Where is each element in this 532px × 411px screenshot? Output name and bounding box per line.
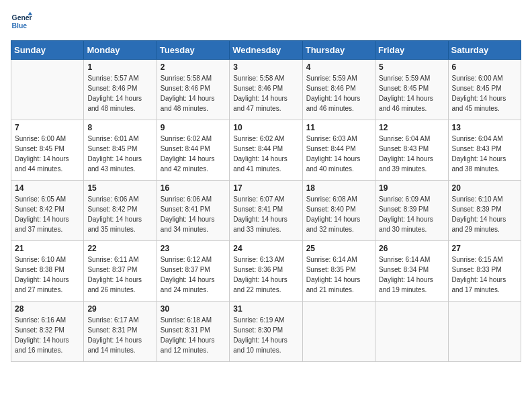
daylight-text: Daylight: 14 hours and 29 minutes. xyxy=(452,214,517,234)
day-number: 28 xyxy=(15,304,80,314)
day-number: 12 xyxy=(379,123,444,132)
calendar-week-row: 1 Sunrise: 5:57 AM Sunset: 8:46 PM Dayli… xyxy=(11,60,521,120)
sunrise-text: Sunrise: 6:13 AM xyxy=(233,255,298,265)
day-number: 25 xyxy=(306,244,371,253)
daylight-text: Daylight: 14 hours and 21 minutes. xyxy=(306,275,371,295)
calendar-cell: 26 Sunrise: 6:14 AM Sunset: 8:34 PM Dayl… xyxy=(375,241,448,302)
page-header: General Blue xyxy=(11,11,521,32)
sunset-text: Sunset: 8:44 PM xyxy=(161,144,226,154)
daylight-text: Daylight: 14 hours and 14 minutes. xyxy=(87,335,152,355)
calendar-cell: 10 Sunrise: 6:02 AM Sunset: 8:44 PM Dayl… xyxy=(230,120,302,181)
calendar-cell: 24 Sunrise: 6:13 AM Sunset: 8:36 PM Dayl… xyxy=(230,241,302,302)
sunset-text: Sunset: 8:31 PM xyxy=(87,325,152,335)
sunrise-text: Sunrise: 6:04 AM xyxy=(379,134,444,144)
calendar-cell: 7 Sunrise: 6:00 AM Sunset: 8:45 PM Dayli… xyxy=(11,120,84,181)
day-number: 11 xyxy=(306,123,371,132)
calendar-week-row: 7 Sunrise: 6:00 AM Sunset: 8:45 PM Dayli… xyxy=(11,120,521,181)
sunset-text: Sunset: 8:40 PM xyxy=(306,204,371,214)
svg-marker-2 xyxy=(28,12,32,15)
sunrise-text: Sunrise: 6:04 AM xyxy=(452,134,517,144)
day-number: 30 xyxy=(161,304,226,314)
weekday-header-row: SundayMondayTuesdayWednesdayThursdayFrid… xyxy=(11,41,521,60)
daylight-text: Daylight: 14 hours and 48 minutes. xyxy=(87,93,152,113)
day-number: 24 xyxy=(233,244,298,253)
day-number: 9 xyxy=(161,123,226,132)
day-number: 27 xyxy=(452,244,517,253)
sunset-text: Sunset: 8:37 PM xyxy=(161,265,226,275)
daylight-text: Daylight: 14 hours and 33 minutes. xyxy=(233,214,298,234)
day-number: 21 xyxy=(15,244,80,253)
calendar-cell: 29 Sunrise: 6:17 AM Sunset: 8:31 PM Dayl… xyxy=(84,302,157,362)
sunset-text: Sunset: 8:36 PM xyxy=(233,265,298,275)
day-number: 20 xyxy=(452,183,517,193)
calendar-cell: 21 Sunrise: 6:10 AM Sunset: 8:38 PM Dayl… xyxy=(11,241,84,302)
calendar-cell xyxy=(302,302,375,362)
day-number: 10 xyxy=(233,123,298,132)
sunset-text: Sunset: 8:46 PM xyxy=(161,83,226,93)
daylight-text: Daylight: 14 hours and 27 minutes. xyxy=(15,275,80,295)
calendar-cell: 8 Sunrise: 6:01 AM Sunset: 8:45 PM Dayli… xyxy=(84,120,157,181)
daylight-text: Daylight: 14 hours and 16 minutes. xyxy=(15,335,80,355)
daylight-text: Daylight: 14 hours and 37 minutes. xyxy=(15,214,80,234)
calendar-cell: 1 Sunrise: 5:57 AM Sunset: 8:46 PM Dayli… xyxy=(84,60,157,120)
calendar-cell: 25 Sunrise: 6:14 AM Sunset: 8:35 PM Dayl… xyxy=(302,241,375,302)
sunset-text: Sunset: 8:42 PM xyxy=(87,204,152,214)
calendar-cell: 5 Sunrise: 5:59 AM Sunset: 8:45 PM Dayli… xyxy=(375,60,448,120)
day-number: 18 xyxy=(306,183,371,193)
sunset-text: Sunset: 8:39 PM xyxy=(379,204,444,214)
calendar-cell: 11 Sunrise: 6:03 AM Sunset: 8:44 PM Dayl… xyxy=(302,120,375,181)
day-number: 17 xyxy=(233,183,298,193)
sunset-text: Sunset: 8:30 PM xyxy=(233,325,298,335)
calendar-cell: 13 Sunrise: 6:04 AM Sunset: 8:43 PM Dayl… xyxy=(448,120,521,181)
calendar-cell: 20 Sunrise: 6:10 AM Sunset: 8:39 PM Dayl… xyxy=(448,181,521,241)
calendar-cell: 31 Sunrise: 6:19 AM Sunset: 8:30 PM Dayl… xyxy=(230,302,302,362)
sunrise-text: Sunrise: 6:08 AM xyxy=(306,194,371,204)
calendar-cell: 28 Sunrise: 6:16 AM Sunset: 8:32 PM Dayl… xyxy=(11,302,84,362)
sunset-text: Sunset: 8:34 PM xyxy=(379,265,444,275)
sunrise-text: Sunrise: 6:10 AM xyxy=(452,194,517,204)
logo: General Blue xyxy=(11,11,35,32)
sunrise-text: Sunrise: 6:00 AM xyxy=(15,134,80,144)
logo-icon: General Blue xyxy=(11,11,32,32)
day-number: 6 xyxy=(452,62,517,72)
daylight-text: Daylight: 14 hours and 24 minutes. xyxy=(161,275,226,295)
svg-text:Blue: Blue xyxy=(12,22,28,30)
sunset-text: Sunset: 8:33 PM xyxy=(452,265,517,275)
daylight-text: Daylight: 14 hours and 42 minutes. xyxy=(161,154,226,174)
day-number: 31 xyxy=(233,304,298,314)
sunset-text: Sunset: 8:45 PM xyxy=(15,144,80,154)
calendar-cell: 12 Sunrise: 6:04 AM Sunset: 8:43 PM Dayl… xyxy=(375,120,448,181)
calendar-cell: 27 Sunrise: 6:15 AM Sunset: 8:33 PM Dayl… xyxy=(448,241,521,302)
calendar-week-row: 21 Sunrise: 6:10 AM Sunset: 8:38 PM Dayl… xyxy=(11,241,521,302)
daylight-text: Daylight: 14 hours and 32 minutes. xyxy=(306,214,371,234)
sunset-text: Sunset: 8:44 PM xyxy=(233,144,298,154)
sunset-text: Sunset: 8:41 PM xyxy=(233,204,298,214)
daylight-text: Daylight: 14 hours and 43 minutes. xyxy=(87,154,152,174)
daylight-text: Daylight: 14 hours and 34 minutes. xyxy=(161,214,226,234)
sunrise-text: Sunrise: 6:14 AM xyxy=(379,255,444,265)
sunset-text: Sunset: 8:44 PM xyxy=(306,144,371,154)
daylight-text: Daylight: 14 hours and 40 minutes. xyxy=(306,154,371,174)
calendar-cell: 4 Sunrise: 5:59 AM Sunset: 8:46 PM Dayli… xyxy=(302,60,375,120)
day-number: 22 xyxy=(87,244,152,253)
sunrise-text: Sunrise: 6:10 AM xyxy=(15,255,80,265)
daylight-text: Daylight: 14 hours and 44 minutes. xyxy=(15,154,80,174)
calendar-header: SundayMondayTuesdayWednesdayThursdayFrid… xyxy=(11,41,521,60)
calendar-cell: 15 Sunrise: 6:06 AM Sunset: 8:42 PM Dayl… xyxy=(84,181,157,241)
daylight-text: Daylight: 14 hours and 38 minutes. xyxy=(452,154,517,174)
sunrise-text: Sunrise: 6:07 AM xyxy=(233,194,298,204)
sunset-text: Sunset: 8:39 PM xyxy=(452,204,517,214)
day-number: 16 xyxy=(161,183,226,193)
calendar-week-row: 14 Sunrise: 6:05 AM Sunset: 8:42 PM Dayl… xyxy=(11,181,521,241)
weekday-header-friday: Friday xyxy=(375,41,448,60)
sunset-text: Sunset: 8:42 PM xyxy=(15,204,80,214)
svg-text:General: General xyxy=(12,14,32,21)
calendar-cell: 3 Sunrise: 5:58 AM Sunset: 8:46 PM Dayli… xyxy=(230,60,302,120)
day-number: 13 xyxy=(452,123,517,132)
daylight-text: Daylight: 14 hours and 10 minutes. xyxy=(233,335,298,355)
sunset-text: Sunset: 8:31 PM xyxy=(161,325,226,335)
sunrise-text: Sunrise: 5:59 AM xyxy=(306,73,371,83)
calendar-cell: 16 Sunrise: 6:06 AM Sunset: 8:41 PM Dayl… xyxy=(157,181,229,241)
daylight-text: Daylight: 14 hours and 41 minutes. xyxy=(233,154,298,174)
daylight-text: Daylight: 14 hours and 30 minutes. xyxy=(379,214,444,234)
